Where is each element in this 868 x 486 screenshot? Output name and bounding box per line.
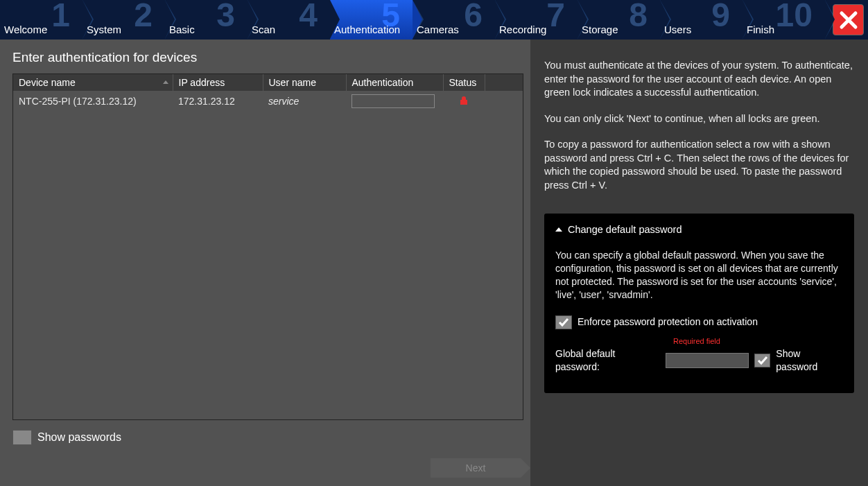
step-label: Finish (747, 24, 825, 35)
step-label: System (87, 24, 165, 35)
wizard-step-users[interactable]: 9Users (660, 0, 743, 40)
chevron-up-icon (555, 227, 562, 232)
step-number: 6 (464, 0, 483, 34)
step-label: Cameras (417, 24, 495, 35)
cell-device: NTC-255-PI (172.31.23.12) (13, 91, 173, 112)
enforce-label: Enforce password protection on activatio… (578, 315, 758, 329)
col-user[interactable]: User name (263, 74, 346, 91)
close-button[interactable] (833, 4, 864, 35)
cell-status (443, 91, 485, 112)
help-text-1: You must authenticate at the devices of … (544, 59, 854, 100)
col-auth[interactable]: Authentication (346, 74, 443, 91)
step-number: 10 (776, 0, 813, 34)
help-pane: You must authenticate at the devices of … (530, 40, 868, 486)
cell-user: service (263, 91, 346, 112)
show-passwords-label: Show passwords (37, 431, 121, 444)
wizard-step-authentication[interactable]: 5Authentication (330, 0, 413, 40)
required-field-label: Required field (673, 336, 843, 347)
wizard-step-basic[interactable]: 3Basic (165, 0, 248, 40)
lock-icon (449, 96, 479, 105)
global-password-label: Global default password: (555, 347, 660, 374)
step-label: Basic (169, 24, 248, 35)
auth-input[interactable] (351, 94, 435, 108)
show-passwords-checkbox[interactable] (12, 430, 32, 445)
wizard-step-storage[interactable]: 8Storage (578, 0, 660, 40)
step-number: 2 (134, 0, 153, 34)
wizard-step-welcome[interactable]: 1Welcome (0, 0, 83, 40)
col-spacer (485, 74, 523, 91)
step-label: Recording (499, 24, 578, 35)
show-password-checkbox[interactable] (754, 354, 771, 367)
step-number: 8 (629, 0, 648, 34)
wizard-step-scan[interactable]: 4Scan (248, 0, 330, 40)
step-label: Storage (582, 24, 660, 35)
table-row[interactable]: NTC-255-PI (172.31.23.12)172.31.23.12ser… (13, 91, 523, 112)
panel-body-text: You can specify a global default passwor… (555, 249, 843, 302)
step-number: 3 (216, 0, 235, 34)
cell-auth (346, 91, 443, 112)
help-text-3: To copy a password for authentication se… (544, 138, 854, 192)
step-label: Scan (252, 24, 330, 35)
step-label: Authentication (334, 24, 413, 35)
step-number: 1 (51, 0, 70, 34)
cell-ip: 172.31.23.12 (173, 91, 263, 112)
device-table: Device name IP address User name Authent… (12, 73, 523, 420)
help-text-2: You can only click 'Next' to continue, w… (544, 112, 854, 126)
enforce-checkbox[interactable] (555, 315, 572, 329)
col-device[interactable]: Device name (13, 74, 173, 91)
next-button[interactable]: Next (431, 458, 521, 478)
wizard-step-finish[interactable]: 10Finish (743, 0, 825, 40)
step-number: 5 (381, 0, 400, 34)
page-title: Enter authentication for devices (12, 50, 523, 65)
global-password-input[interactable] (666, 353, 749, 368)
sort-asc-icon (163, 80, 168, 84)
wizard-step-cameras[interactable]: 6Cameras (413, 0, 495, 40)
col-ip[interactable]: IP address (173, 74, 263, 91)
wizard-stepper: 1Welcome2System3Basic4Scan5Authenticatio… (0, 0, 868, 40)
step-number: 4 (299, 0, 318, 34)
col-status[interactable]: Status (443, 74, 485, 91)
step-label: Welcome (4, 24, 83, 35)
show-password-label: Show password (776, 347, 843, 374)
step-number: 9 (711, 0, 730, 34)
wizard-step-system[interactable]: 2System (83, 0, 165, 40)
close-icon (837, 9, 860, 31)
step-label: Users (664, 24, 743, 35)
left-pane: Enter authentication for devices Device … (0, 40, 530, 486)
wizard-step-recording[interactable]: 7Recording (495, 0, 578, 40)
panel-title: Change default password (568, 223, 682, 237)
change-password-panel: Change default password You can specify … (544, 214, 854, 394)
panel-toggle[interactable]: Change default password (555, 223, 843, 237)
step-number: 7 (546, 0, 565, 34)
